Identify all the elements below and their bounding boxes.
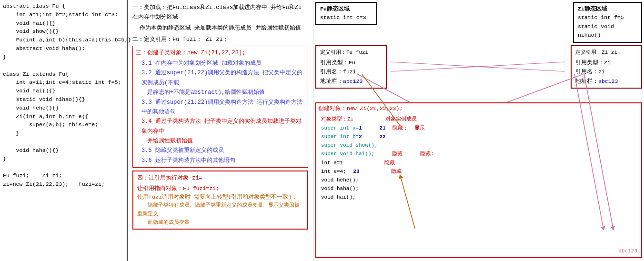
obj-row-void-hehe: void hehe(); <box>318 176 639 184</box>
obj-rows: super int a=1 21 隐藏： 显示 super int b=2 22… <box>318 124 639 201</box>
code-panel: abstract class Fu { int a=1;int b=2;stat… <box>0 0 128 261</box>
zi-static-title: Zi静态区域 <box>578 5 637 13</box>
step4-box: 四：让引用执行对象 zi= 让引用指向对象：Fu fuzi=zi; 使用fuzi… <box>132 171 308 230</box>
step1b-text: 作为本类的静态区域 来加载本类的静态成员 并给属性赋初始值 <box>132 23 308 33</box>
step2-text: 二：定义引用：Fu fuzi； Zi zi； <box>132 35 308 44</box>
code-line-5: Fu(int a,int b){this.a=a;this.b=b;} <box>3 36 124 44</box>
fu-static-title: Fu静态区域 <box>320 5 372 13</box>
code-line-15: super(a,b); this.e=e; <box>3 120 124 129</box>
code-line-12: static void nihao(){} <box>3 95 124 104</box>
code-line-20 <box>3 163 124 171</box>
code-line-19: } <box>3 155 124 163</box>
zi-static-nihao: static void nihao() <box>578 22 637 40</box>
fu-ref-def-label: 定义引用：Fu fuzi <box>320 48 382 57</box>
zi-ref-def-label: 定义引用：Zi zi <box>575 48 637 57</box>
zi-ref-addr: 地址栏：abc123 <box>575 77 637 86</box>
step4-content: 让引用指向对象：Fu fuzi=zi; 使用fuzi调用对象时 需要向上转型(引… <box>137 184 303 227</box>
sub34b-text: 并给属性赋初始值 <box>147 136 305 146</box>
obj-row-void-haha: void haha(); <box>318 184 639 193</box>
obj-header: 创建对象：new Zi(21,22,23); <box>318 104 639 113</box>
sub33-text: 3.3 通过super(21,22)调用父类构造方法 运行父类构造方法中的其他语… <box>141 98 305 117</box>
code-line-4: void show(){} <box>3 27 124 36</box>
code-line-11: void hai(){} <box>3 87 124 95</box>
obj-row-super-show: super void show(); <box>318 141 639 150</box>
obj-row-void-hai: void hai(); <box>318 193 639 201</box>
fu-ref-name: 引用名：fuzi <box>320 67 382 77</box>
zi-ref-name: 引用名：zi <box>575 67 637 77</box>
step1-text: 一：类加载：把Fu.class和Zi.class加载进内存中 并给Fu和Zi 在… <box>132 3 308 22</box>
code-line-18: void haha(){} <box>3 146 124 155</box>
step4b: 使用fuzi调用对象时 需要向上转型(引用和对象类型不一致)： <box>137 193 303 201</box>
sub32-text: 3.2 通过super(21,22)调用父类的构造方法 把父类中定义的实例成员(… <box>141 68 305 88</box>
obj-row-int-a: int a=1 隐藏 <box>318 159 639 167</box>
code-line-1: abstract class Fu { <box>3 2 124 10</box>
code-line-2: int a=1;int b=2;static int c=3; <box>3 10 124 19</box>
zi-ref-type: 引用类型：Zi <box>575 58 637 68</box>
code-line-6: abstract void haha(); <box>3 44 124 53</box>
code-line-9: class Zi extends Fu{ <box>3 70 124 79</box>
obj-row-int-e: int e=4; 23 隐藏 <box>318 167 639 176</box>
object-instance-box: 创建对象：new Zi(21,22,23); 对象类型：Zi 对象实例成员 su… <box>315 102 642 258</box>
fu-static-box: Fu静态区域 static int c=3 <box>315 2 377 25</box>
fu-ref-addr: 地址栏：abc123 <box>320 77 382 86</box>
fu-static-c: static int c=3 <box>320 13 372 22</box>
code-line-8 <box>3 61 124 70</box>
obj-type-label: 对象类型：Zi <box>321 115 353 123</box>
obj-row-super-hai: super void hai(); 隐藏： 隐藏: <box>318 150 639 158</box>
step4c: 隐藏子类特有成员、隐藏子类重新定义的成员变量、显示父类因被重新定义 <box>137 201 303 218</box>
step1-label: 一：类加载：把Fu.class和Zi.class加载进内存中 并给Fu和Zi 在… <box>132 4 302 20</box>
fu-ref-type: 引用类型：Fu <box>320 58 382 68</box>
code-line-13: void hehe(){} <box>3 104 124 112</box>
obj-row-super-a: super int a=1 21 隐藏： 显示 <box>318 124 639 132</box>
fu-ref-box: 定义引用：Fu fuzi 引用类型：Fu 引用名：fuzi 地址栏：abc123 <box>315 45 387 89</box>
zi-ref-box: 定义引用：Zi zi 引用类型：Zi 引用名：zi 地址栏：abc123 <box>571 45 642 89</box>
code-line-22: zi=new Zi(21,22,23); fuzi=zi; <box>3 180 124 189</box>
svg-line-3 <box>391 62 564 71</box>
sub35-text: 3.5 隐藏父类被重新定义的成员 <box>141 146 305 155</box>
code-line-21: Fu fuzi; Zi zi; <box>3 171 124 180</box>
step4a: 让引用指向对象：Fu fuzi=zi; <box>137 184 303 193</box>
zi-ref-addr-val: abc123 <box>598 78 618 84</box>
sub34-text: 3.4 通过子类构造方法 把子类中定义的实例成员加载进子类对象内存中 <box>141 117 305 136</box>
code-line-7: } <box>3 53 124 61</box>
zi-static-box: Zi静态区域 static int f=5 static void nihao(… <box>573 2 642 43</box>
step4-title: 四：让引用执行对象 zi= <box>137 173 303 183</box>
code-line-17 <box>3 138 124 146</box>
svg-line-2 <box>391 62 564 71</box>
steps3-box: 三：创建子类对象：new Zi(21,22,23); 3.1 在内存中为对象划分… <box>132 46 308 168</box>
step4d: 而隐藏的成员变量 <box>137 219 303 227</box>
addr-bottom: abc123 <box>618 247 637 255</box>
explanation-panel: 一：类加载：把Fu.class和Zi.class加载进内存中 并给Fu和Zi 在… <box>128 0 313 261</box>
code-line-16: } <box>3 129 124 138</box>
diagram-panel: Fu静态区域 static int c=3 Zi静态区域 static int … <box>313 0 644 261</box>
sub32b-text: 是静态的+不能是abstract),给属性赋初始值 <box>147 88 305 97</box>
code-line-10: int a=11;int e=4;static int f=5; <box>3 78 124 87</box>
obj-row-super-b: super int b=2 22 <box>318 132 639 141</box>
code-line-3: void hai(){} <box>3 19 124 28</box>
sub36-text: 3.6 运行子类构造方法中的其他语句 <box>141 156 305 165</box>
fu-ref-addr-val: abc123 <box>343 78 362 84</box>
obj-instance-label: 对象实例成员 <box>385 115 417 123</box>
step3-text: 三：创建子类对象：new Zi(21,22,23); <box>136 48 305 58</box>
sub31-text: 3.1 在内存中为对象划分区域 加载对象的成员 <box>141 59 305 68</box>
code-line-14: Zi(int a,int b,int e){ <box>3 112 124 121</box>
zi-static-f: static int f=5 <box>578 13 637 22</box>
